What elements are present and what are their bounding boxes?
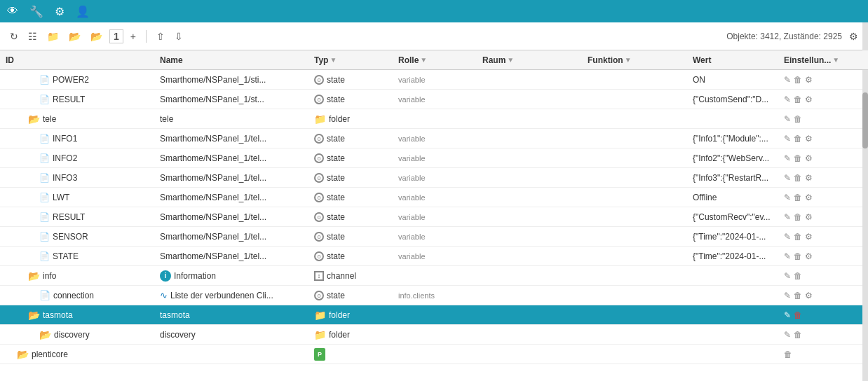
gear-icon[interactable]: ⚙ [805, 193, 813, 202]
gear-icon[interactable]: ⚙ [805, 212, 813, 222]
upload-icon[interactable]: ⇧ [154, 29, 168, 43]
edit-icon[interactable]: ✎ [784, 310, 791, 320]
edit-icon[interactable]: ✎ [784, 75, 791, 85]
delete-icon[interactable]: 🗑 [794, 310, 802, 320]
delete-icon[interactable]: 🗑 [794, 271, 802, 281]
cell-rolle: variable [395, 134, 480, 143]
delete-icon[interactable]: 🗑 [794, 114, 802, 124]
grid-icon[interactable]: ☷ [25, 29, 40, 43]
table-row[interactable]: 📄 STATE Smarthome/NSPanel_1/tel... o sta… [0, 247, 868, 266]
edit-icon[interactable]: ✎ [784, 134, 791, 144]
cell-wert: {"Info2":{"WebServ... [690, 153, 781, 163]
delete-icon[interactable]: 🗑 [794, 232, 802, 242]
gear-icon[interactable]: ⚙ [805, 75, 813, 85]
header-row: ID Name Typ ▼ Rolle ▼ Raum ▼ Funktion ▼ … [0, 50, 868, 70]
cell-id: 📂 tele [3, 113, 157, 125]
cell-actions: ✎ 🗑 ⚙ [781, 173, 865, 183]
edit-icon[interactable]: ✎ [784, 153, 791, 163]
channel-icon: ↕ [314, 271, 324, 281]
col-einstellungen: Einstellun... ▼ [781, 55, 865, 65]
edit-icon[interactable]: ✎ [784, 330, 791, 340]
table-row[interactable]: 📄 INFO2 Smarthome/NSPanel_1/tel... o sta… [0, 148, 868, 168]
cell-typ: o state [311, 193, 395, 202]
delete-icon[interactable]: 🗑 [794, 134, 802, 144]
edit-icon[interactable]: ✎ [784, 271, 791, 281]
cell-wert: {"Info1":{"Module":... [690, 134, 781, 144]
cell-typ: 📁 folder [311, 113, 395, 125]
gear-icon[interactable]: ⚙ [805, 134, 813, 144]
refresh-button[interactable]: ↻ [7, 29, 21, 43]
edit-icon[interactable]: ✎ [784, 212, 791, 222]
delete-icon[interactable]: 🗑 [794, 193, 802, 202]
delete-icon[interactable]: 🗑 [794, 95, 802, 104]
cell-actions: ✎ 🗑 ⚙ [781, 193, 865, 202]
delete-icon[interactable]: 🗑 [794, 330, 802, 340]
cell-id: 📄 RESULT [3, 95, 157, 104]
edit-icon[interactable]: ✎ [784, 193, 791, 202]
green-box-icon: P [314, 348, 325, 361]
delete-icon[interactable]: 🗑 [794, 251, 802, 261]
gear-icon[interactable]: ⚙ [55, 5, 65, 18]
cell-id: 📂 info [3, 270, 157, 282]
table-row[interactable]: 📂 discovery discovery 📁 folder ✎ 🗑 [0, 325, 868, 345]
table-row[interactable]: 📂 tasmota tasmota 📁 folder ✎ 🗑 [0, 305, 868, 325]
table-row[interactable]: 📂 plenticore P 🗑 [0, 345, 868, 364]
edit-icon[interactable]: ✎ [784, 291, 791, 300]
table-row[interactable]: 📄 SENSOR Smarthome/NSPanel_1/tel... o st… [0, 227, 868, 247]
gear-icon[interactable]: ⚙ [805, 173, 813, 183]
edit-icon[interactable]: ✎ [784, 251, 791, 261]
gear-icon[interactable]: ⚙ [805, 251, 813, 261]
cell-typ: o state [311, 291, 395, 300]
cell-id: 📄 POWER2 [3, 75, 157, 85]
cell-rolle: variable [395, 76, 480, 84]
table-row[interactable]: 📄 LWT Smarthome/NSPanel_1/tel... o state… [0, 188, 868, 207]
file-special-icon: 📄 [39, 290, 50, 300]
add-button[interactable]: + [128, 29, 139, 43]
wrench-icon[interactable]: 🔧 [29, 5, 43, 18]
table-row[interactable]: 📄 connection ∿ Liste der verbundenen Cli… [0, 286, 868, 305]
delete-icon[interactable]: 🗑 [794, 153, 802, 163]
cell-wert: {"CustomSend":"D... [690, 95, 781, 104]
table-row[interactable]: 📄 RESULT Smarthome/NSPanel_1/st... o sta… [0, 90, 868, 109]
delete-icon[interactable]: 🗑 [794, 173, 802, 183]
col-typ: Typ ▼ [311, 55, 395, 65]
folder-open-icon[interactable]: 📂 [66, 29, 83, 43]
col-wert: Wert [690, 55, 781, 65]
edit-icon[interactable]: ✎ [784, 232, 791, 242]
table-row[interactable]: 📂 tele tele 📁 folder ✎ 🗑 [0, 109, 868, 129]
gear-icon[interactable]: ⚙ [805, 291, 813, 300]
gear-icon[interactable]: ⚙ [805, 232, 813, 242]
gear-icon[interactable]: ⚙ [805, 153, 813, 163]
delete-icon[interactable]: 🗑 [794, 75, 802, 85]
one-icon[interactable]: 1 [109, 29, 123, 43]
cell-name: Smarthome/NSPanel_1/tel... [157, 153, 311, 163]
state-icon: o [314, 153, 324, 163]
delete-icon[interactable]: 🗑 [784, 349, 792, 359]
gear-icon[interactable]: ⚙ [805, 95, 813, 104]
table-row[interactable]: 📄 POWER2 Smarthome/NSPanel_1/sti... o st… [0, 70, 868, 90]
delete-icon[interactable]: 🗑 [794, 291, 802, 300]
file-icon: 📄 [39, 251, 50, 261]
user-icon[interactable]: 👤 [76, 5, 90, 18]
eye-icon[interactable]: 👁 [7, 5, 18, 18]
cell-name: i Information [157, 270, 311, 282]
edit-icon[interactable]: ✎ [784, 173, 791, 183]
folder-blue-icon[interactable]: 📂 [88, 29, 105, 43]
table-row[interactable]: 📄 INFO1 Smarthome/NSPanel_1/tel... o sta… [0, 129, 868, 148]
cell-rolle: variable [395, 252, 480, 261]
table-row[interactable]: 📂 info i Information ↕ channel ✎ 🗑 [0, 266, 868, 286]
cell-actions: ✎ 🗑 ⚙ [781, 291, 865, 300]
table-row[interactable]: 📄 RESULT Smarthome/NSPanel_1/tel... o st… [0, 207, 868, 227]
table-row[interactable]: 📄 INFO3 Smarthome/NSPanel_1/tel... o sta… [0, 168, 868, 188]
settings-icon[interactable]: ⚙ [846, 29, 861, 43]
download-icon[interactable]: ⇩ [172, 29, 186, 43]
edit-icon[interactable]: ✎ [784, 114, 791, 124]
file-icon: 📄 [39, 75, 50, 85]
cell-actions: ✎ 🗑 ⚙ [781, 212, 865, 222]
folder-icon[interactable]: 📁 [44, 29, 62, 43]
edit-icon[interactable]: ✎ [784, 95, 791, 104]
folder-open-icon: 📂 [28, 113, 40, 125]
cell-rolle: variable [395, 193, 480, 202]
cell-name: discovery [157, 330, 311, 340]
delete-icon[interactable]: 🗑 [794, 212, 802, 222]
